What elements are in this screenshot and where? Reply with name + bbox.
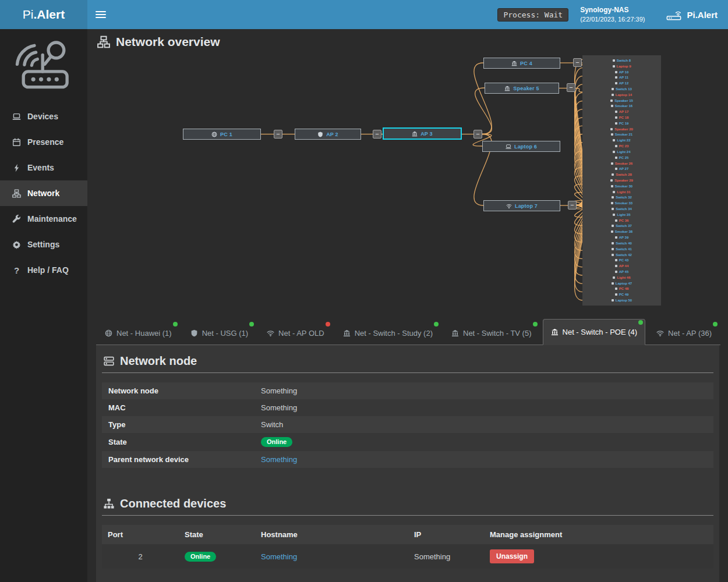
collapse-connector[interactable]: − xyxy=(567,83,575,92)
tab-net-ap-36[interactable]: Net - AP (36) xyxy=(649,321,719,345)
device-list-item[interactable]: AP 27 xyxy=(582,166,661,172)
device-list-item[interactable]: Switch 37 xyxy=(582,223,661,229)
collapse-connector[interactable]: − xyxy=(473,130,482,139)
device-list-item[interactable]: AP 45 xyxy=(582,269,661,275)
device-list-item[interactable]: AP 12 xyxy=(582,80,661,86)
device-list-item[interactable]: PC 25 xyxy=(582,155,661,161)
tab-label: Net - AP (36) xyxy=(668,329,712,338)
device-list-item[interactable]: PC 43 xyxy=(582,257,661,263)
laptop-icon xyxy=(506,144,511,150)
hamburger-menu-button[interactable] xyxy=(87,0,114,29)
node-detail-panel: Network node Network nodeSomethingMACSom… xyxy=(96,345,719,582)
device-list-item[interactable]: Switch 42 xyxy=(582,252,661,258)
device-list-item[interactable]: Light 46 xyxy=(582,275,661,281)
device-list-item[interactable]: PC 19 xyxy=(582,120,661,126)
device-list-item[interactable]: Laptop 9 xyxy=(582,63,661,69)
sidebar-item-events[interactable]: Events xyxy=(0,155,87,180)
device-list-item[interactable]: PC 48 xyxy=(582,286,661,292)
collapse-connector[interactable]: − xyxy=(373,130,381,139)
device-label: AP 45 xyxy=(619,270,629,274)
collapse-connector[interactable]: − xyxy=(568,201,577,210)
device-label: PC 25 xyxy=(619,156,629,159)
tab-net-usg-1[interactable]: Net - USG (1) xyxy=(183,321,256,345)
node-detail-row: StateOnline xyxy=(102,433,713,451)
device-list-item[interactable]: AP 44 xyxy=(582,263,661,269)
device-list-item[interactable]: Switch 28 xyxy=(582,172,661,178)
device-list-item[interactable]: AP 39 xyxy=(582,235,661,240)
device-label: Switch 13 xyxy=(616,87,632,91)
device-list-item[interactable]: Light 31 xyxy=(582,189,661,195)
device-list-item[interactable]: Smoker 33 xyxy=(582,200,661,206)
tab-net-switch-study-2[interactable]: Net - Switch - Study (2) xyxy=(335,321,440,345)
device-list-item[interactable]: PC 23 xyxy=(582,143,661,149)
diagram-node-speaker-5[interactable]: Speaker 5 xyxy=(485,83,559,94)
device-list-item[interactable]: Light 35 xyxy=(582,212,661,218)
app-logo[interactable]: Pi.Alert xyxy=(0,0,87,29)
device-list-item[interactable]: Laptop 47 xyxy=(582,281,661,286)
diagram-node-pc-1[interactable]: PC 1 xyxy=(183,129,261,140)
device-list-item[interactable]: Switch 32 xyxy=(582,195,661,201)
tab-net-ap-old[interactable]: Net - AP OLD xyxy=(259,321,332,345)
sidebar-item-network[interactable]: Network xyxy=(0,180,87,206)
device-list-item[interactable]: Laptop 14 xyxy=(582,92,661,98)
device-list-item[interactable]: Laptop 50 xyxy=(582,297,661,303)
device-list-item[interactable]: Speaker 15 xyxy=(582,98,661,104)
device-list-item[interactable]: Smoker 16 xyxy=(582,104,661,109)
hub-icon xyxy=(504,86,510,91)
device-list-item[interactable]: Smoker 38 xyxy=(582,229,661,235)
device-list-item[interactable]: Switch 41 xyxy=(582,246,661,252)
tab-net-huawei-1[interactable]: Net - Huawei (1) xyxy=(97,321,179,345)
network-node-table: Network nodeSomethingMACSomethingTypeSwi… xyxy=(102,382,713,468)
device-list-item[interactable]: Light 24 xyxy=(582,149,661,155)
device-icon xyxy=(611,202,613,204)
device-list-item[interactable]: AP 17 xyxy=(582,109,661,115)
collapse-connector[interactable]: − xyxy=(274,130,282,139)
network-tabs: Net - Huawei (1)Net - USG (1)Net - AP OL… xyxy=(96,319,720,345)
device-list-item[interactable]: Speaker 29 xyxy=(582,178,661,183)
device-icon xyxy=(612,225,614,227)
sidebar-item-maintenance[interactable]: Maintenance xyxy=(0,206,87,232)
device-list-item[interactable]: Light 22 xyxy=(582,137,661,143)
device-list-item[interactable]: Smoker 21 xyxy=(582,132,661,138)
diagram-node-pc-4[interactable]: PC 4 xyxy=(483,58,560,69)
network-icon xyxy=(97,36,111,48)
device-list-item[interactable]: Switch 13 xyxy=(582,86,661,92)
device-icon xyxy=(615,219,617,222)
device-list-item[interactable]: PC 18 xyxy=(582,115,661,120)
device-list-item[interactable]: PC 49 xyxy=(582,292,661,297)
device-label: Laptop 9 xyxy=(617,65,631,68)
device-list-item[interactable]: Switch 40 xyxy=(582,240,661,246)
tab-net-switch-poe-4[interactable]: Net - Switch - POE (4) xyxy=(543,319,646,345)
device-list-item[interactable]: PC 36 xyxy=(582,218,661,223)
sidebar-item-label: Presence xyxy=(27,137,63,147)
device-label: Smoker 21 xyxy=(615,133,632,136)
sidebar-item-settings[interactable]: Settings xyxy=(0,232,87,257)
sidebar-item-label: Devices xyxy=(27,112,58,121)
header-brand[interactable]: Pi.Alert xyxy=(655,0,728,29)
unassign-button[interactable]: Unassign xyxy=(490,549,534,563)
sidebar-item-help-faq[interactable]: ? Help / FAQ xyxy=(0,257,87,283)
device-icon xyxy=(612,282,614,285)
sidebar-item-presence[interactable]: Presence xyxy=(0,129,87,155)
parent-device-link[interactable]: Something xyxy=(261,455,297,464)
column-header-state: State xyxy=(179,525,255,544)
device-list-item[interactable]: Speaker 20 xyxy=(582,126,661,132)
laptop-icon xyxy=(12,112,21,121)
device-label: AP 10 xyxy=(619,70,629,74)
diagram-node-laptop-6[interactable]: Laptop 6 xyxy=(482,141,560,152)
hostname-link[interactable]: Something xyxy=(261,552,297,561)
device-list-item[interactable]: Switch 8 xyxy=(582,58,661,63)
device-list-item[interactable]: Smoker 26 xyxy=(582,161,661,166)
collapse-connector[interactable]: − xyxy=(573,58,582,67)
tab-net-switch-tv-5[interactable]: Net - Switch - TV (5) xyxy=(444,321,539,345)
device-list-item[interactable]: Smoker 30 xyxy=(582,183,661,189)
device-list-item[interactable]: AP 10 xyxy=(582,69,661,75)
diagram-node-ap-2[interactable]: AP 2 xyxy=(295,129,361,140)
sidebar-item-devices[interactable]: Devices xyxy=(0,104,87,129)
node-detail-row: TypeSwitch xyxy=(102,416,713,433)
device-list-item[interactable]: AP 11 xyxy=(582,74,661,80)
diagram-node-laptop-7[interactable]: Laptop 7 xyxy=(483,200,560,211)
diagram-node-ap-3[interactable]: AP 3 xyxy=(383,127,462,140)
device-list-item[interactable]: Switch 34 xyxy=(582,206,661,212)
device-icon xyxy=(612,208,614,210)
